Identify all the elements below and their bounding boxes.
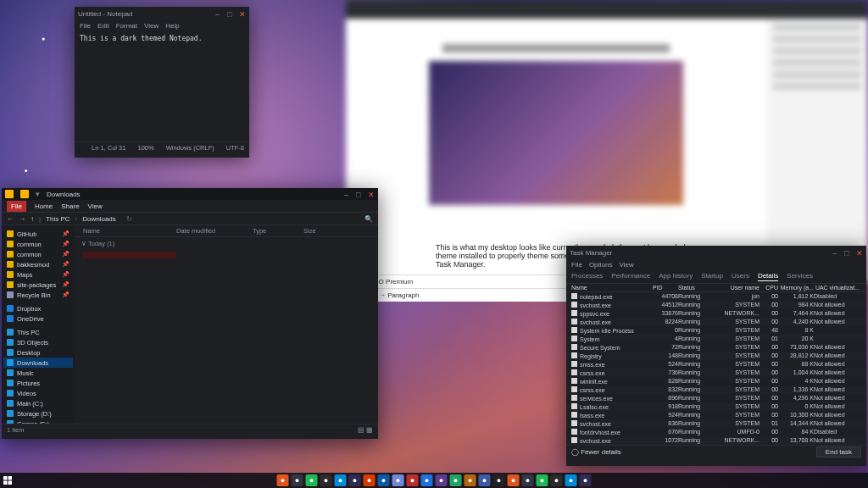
tab-services[interactable]: Services xyxy=(787,272,813,281)
nav-back-icon[interactable]: ← xyxy=(7,215,14,223)
taskbar-icon[interactable]: ● xyxy=(407,474,419,486)
ribbon-tab[interactable]: Home xyxy=(35,202,53,210)
taskbar-icon[interactable]: ● xyxy=(450,474,462,486)
view-details-icon[interactable]: ▤ xyxy=(358,426,364,434)
taskbar-icon[interactable]: ● xyxy=(565,474,577,486)
sidebar-item-storage-d-[interactable]: Storage (D:) xyxy=(3,408,73,419)
column-header[interactable]: CPU xyxy=(760,285,778,291)
table-row[interactable]: csrss.exe 832Running SYSTEM00 1,336 KNot… xyxy=(566,385,866,394)
menu-item[interactable]: File xyxy=(571,261,582,269)
end-task-button[interactable]: End task xyxy=(816,446,861,458)
menu-item[interactable]: View xyxy=(619,261,633,269)
sidebar-item-main-c-[interactable]: Main (C:) xyxy=(3,398,73,408)
tab-processes[interactable]: Processes xyxy=(571,272,603,281)
sidebar-item-music[interactable]: Music xyxy=(3,368,73,378)
table-row[interactable]: csrss.exe 736Running SYSTEM00 1,004 KNot… xyxy=(566,369,866,377)
explorer-group-header[interactable]: ∨ Today (1) xyxy=(75,237,378,250)
taskbar-icon[interactable]: ● xyxy=(335,474,347,486)
taskbar-icon[interactable]: ● xyxy=(465,474,476,486)
explorer-ribbon[interactable]: File HomeShareView xyxy=(2,200,378,212)
explorer-window[interactable]: ▾ Downloads – □ ✕ File HomeShareView ← →… xyxy=(2,188,378,439)
taskbar-icon[interactable]: ● xyxy=(277,474,289,486)
tab-startup[interactable]: Startup xyxy=(701,272,723,281)
table-row[interactable]: svchost.exe 8224Running SYSTEM00 4,240 K… xyxy=(566,318,866,326)
column-header[interactable]: Name xyxy=(571,285,653,291)
taskbar-icon[interactable]: ● xyxy=(436,474,448,486)
taskbar-icon[interactable]: ● xyxy=(421,474,433,486)
sidebar-item-pictures[interactable]: Pictures xyxy=(3,378,73,388)
table-row[interactable]: fontdrvhost.exe 676Running UMFD-000 84 K… xyxy=(566,428,866,436)
column-header[interactable]: Date modified xyxy=(176,227,253,235)
ribbon-tab[interactable]: Share xyxy=(61,202,79,210)
menu-item[interactable]: View xyxy=(144,22,159,30)
taskbar-icon[interactable]: ● xyxy=(349,474,361,486)
column-header[interactable]: Name xyxy=(75,227,176,235)
menu-item[interactable]: Help xyxy=(165,22,179,30)
sidebar-item-desktop[interactable]: Desktop xyxy=(3,347,73,358)
taskbar-icon[interactable]: ● xyxy=(320,474,332,486)
table-row[interactable]: Secure System 72Running SYSTEM00 73,036 … xyxy=(566,343,866,352)
table-row[interactable]: Registry 148Running SYSTEM00 28,812 KNot… xyxy=(566,352,866,360)
taskbar-icon[interactable]: ● xyxy=(508,474,520,486)
table-row[interactable]: svchost.exe 1072Running NETWORK...00 13,… xyxy=(566,436,866,445)
column-header[interactable]: UAC virtualizat... xyxy=(814,285,860,291)
fewer-details-toggle[interactable]: ◯ Fewer details xyxy=(571,448,621,456)
menu-item[interactable]: Options xyxy=(589,261,613,269)
maximize-icon[interactable]: □ xyxy=(227,10,234,17)
maximize-icon[interactable]: □ xyxy=(356,191,363,197)
notepad-window[interactable]: Untitled - Notepad – □ ✕ FileEditFormatV… xyxy=(75,7,249,158)
taskmanager-window[interactable]: Task Manager – □ ✕ FileOptionsView Proce… xyxy=(566,246,866,466)
tm-menubar[interactable]: FileOptionsView xyxy=(566,259,866,270)
menu-item[interactable]: File xyxy=(80,22,91,30)
tab-app history[interactable]: App history xyxy=(659,272,693,281)
column-header[interactable]: Status xyxy=(678,285,717,291)
table-row[interactable]: LsaIso.exe 918Running SYSTEM00 0 KNot al… xyxy=(566,402,866,411)
sidebar-item-games-e-[interactable]: Games (E:) xyxy=(3,419,73,424)
table-row[interactable]: svchost.exe 836Running SYSTEM01 14,344 K… xyxy=(566,419,866,428)
table-row[interactable]: notepad.exe 44708Running jon00 1,812 KDi… xyxy=(566,292,866,301)
sidebar-item-dropbox[interactable]: Dropbox xyxy=(3,303,73,313)
notepad-titlebar[interactable]: Untitled - Notepad – □ ✕ xyxy=(75,7,249,20)
taskbar-icon[interactable]: ● xyxy=(551,474,563,486)
tm-process-list[interactable]: notepad.exe 44708Running jon00 1,812 KDi… xyxy=(566,292,866,445)
tm-column-headers[interactable]: NamePIDStatusUser nameCPUMemory (a...UAC… xyxy=(566,284,866,292)
sidebar-item-bakkesmod[interactable]: bakkesmod📌 xyxy=(3,259,73,269)
table-row[interactable]: smss.exe 524Running SYSTEM00 88 KNot all… xyxy=(566,360,866,369)
search-icon[interactable]: 🔍 xyxy=(364,215,373,223)
notepad-textarea[interactable]: This is a dark themed Notepad. xyxy=(75,31,249,141)
nav-forward-icon[interactable]: → xyxy=(19,215,25,223)
explorer-columns[interactable]: NameDate modifiedTypeSize xyxy=(75,225,378,237)
sidebar-item-3d-objects[interactable]: 3D Objects xyxy=(3,337,73,347)
sidebar-item-common[interactable]: common📌 xyxy=(3,249,73,259)
column-header[interactable]: User name xyxy=(717,285,760,291)
taskbar-icon[interactable]: ● xyxy=(364,474,376,486)
minimize-icon[interactable]: – xyxy=(344,191,351,197)
tab-users[interactable]: Users xyxy=(732,272,749,281)
chevron-down-icon[interactable]: ▾ xyxy=(36,190,40,198)
taskbar-icon[interactable]: ● xyxy=(378,474,390,486)
table-row[interactable]: lsass.exe 924Running SYSTEM00 10,300 KNo… xyxy=(566,411,866,419)
view-tiles-icon[interactable]: ▦ xyxy=(366,426,373,434)
ribbon-file[interactable]: File xyxy=(7,201,26,212)
taskbar-icon[interactable]: ● xyxy=(493,474,505,486)
start-button[interactable] xyxy=(0,473,15,488)
menu-item[interactable]: Format xyxy=(116,22,137,30)
taskbar-icon[interactable]: ● xyxy=(522,474,534,486)
sidebar-item-downloads[interactable]: Downloads xyxy=(3,358,73,368)
table-row[interactable]: System Idle Process 0Running SYSTEM48 8 … xyxy=(566,326,866,335)
table-row[interactable]: System 4Running SYSTEM01 20 K xyxy=(566,335,866,343)
taskbar-icon[interactable]: ● xyxy=(392,474,404,486)
breadcrumb-seg[interactable]: This PC xyxy=(46,215,70,223)
sidebar-item-maps[interactable]: Maps📌 xyxy=(3,269,73,280)
refresh-icon[interactable]: ↻ xyxy=(126,215,132,223)
tab-performance[interactable]: Performance xyxy=(611,272,650,281)
tm-titlebar[interactable]: Task Manager – □ ✕ xyxy=(566,246,866,259)
breadcrumb-seg[interactable]: Downloads xyxy=(82,215,116,223)
taskbar[interactable]: ●●●●●●●●●●●●●●●●●●●●●● xyxy=(0,473,868,488)
ribbon-tab[interactable]: View xyxy=(88,202,103,210)
maximize-icon[interactable]: □ xyxy=(844,249,851,256)
table-row[interactable]: services.exe 896Running SYSTEM00 4,296 K… xyxy=(566,394,866,402)
table-row[interactable]: svchost.exe 44512Running SYSTEM00 984 KN… xyxy=(566,301,866,309)
taskbar-icon[interactable]: ● xyxy=(580,474,592,486)
column-header[interactable]: Size xyxy=(303,227,346,235)
